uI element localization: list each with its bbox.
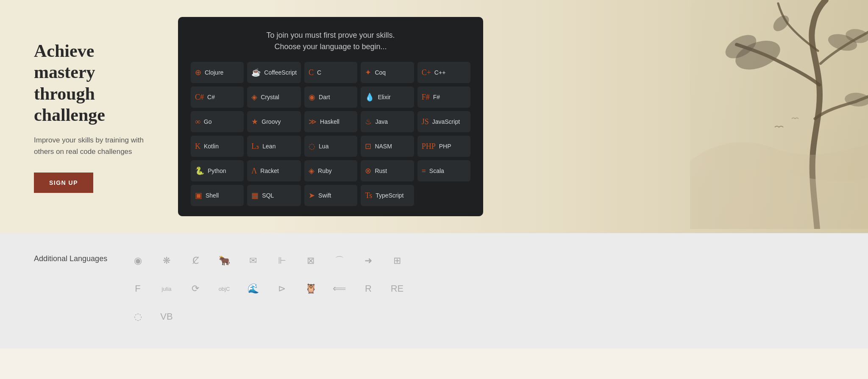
language-item-nasm[interactable]: ⊡NASM [361,136,414,157]
additional-icon-5[interactable]: ⊩ [271,250,292,271]
language-item-scala[interactable]: ≡Scala [417,160,470,181]
lang-icon-rust: ⊗ [365,166,371,176]
language-item-crystal[interactable]: ◈Crystal [247,86,301,108]
lang-icon-crystal: ◈ [251,92,257,102]
lang-icon-coffeescript: ☕ [251,68,261,77]
lang-icon-java: ♨ [365,117,372,126]
lang-icon-coq: ✦ [365,68,371,77]
additional-icon-19[interactable]: RE [387,278,408,299]
additional-icon-16[interactable]: 🦉 [300,278,321,299]
lang-name-javascript: JavaScript [432,118,460,125]
lang-icon-sql: ▦ [251,191,259,200]
language-item-coffeescript[interactable]: ☕CoffeeScript [247,62,301,83]
lang-name-php: PHP [439,143,451,150]
lang-name-typescript: TypeScript [376,192,403,199]
language-grid: ⊕Clojure☕CoffeeScriptCC✦CoqC+C++C#C#◈Cry… [191,62,470,206]
language-item-javascript[interactable]: JSJavaScript [417,111,470,132]
additional-languages-section: Additional Languages ◉❋Ȼ🐂✉⊩⊠⌒➜⊞Fjulia⟳ob… [0,233,868,348]
additional-icon-14[interactable]: 🌊 [242,278,264,299]
lang-name-shell: Shell [206,192,219,199]
lang-name-rust: Rust [375,167,387,174]
lang-name-f: F# [433,94,440,100]
language-item-coq[interactable]: ✦Coq [361,62,414,83]
additional-icon-20[interactable]: ◌ [127,306,148,327]
language-item-rust[interactable]: ⊗Rust [361,160,414,181]
lang-name-elixir: Elixir [378,94,390,100]
language-item-racket[interactable]: ΛRacket [247,160,301,181]
lang-name-clojure: Clojure [205,69,223,76]
lang-icon-haskell: ≫ [309,117,317,126]
lang-icon-elixir: 💧 [365,92,374,102]
lang-name-ruby: Ruby [318,167,332,174]
additional-icon-7[interactable]: ⌒ [329,250,350,271]
lang-name-racket: Racket [260,167,279,174]
tree-decoration [690,0,868,229]
language-item-c[interactable]: CC [304,62,357,83]
hero-left-content: Achieve mastery through challenge Improv… [0,15,178,218]
additional-icon-3[interactable]: 🐂 [214,250,235,271]
additional-icon-4[interactable]: ✉ [242,250,264,271]
lang-icon-php: PHP [422,142,436,151]
language-item-lean[interactable]: L₃Lean [247,136,301,157]
lang-name-c: C# [207,94,215,100]
lang-icon-typescript: Ts [365,191,372,200]
panel-title: To join you must first prove your skills… [191,30,470,53]
lang-icon-kotlin: K [195,142,200,151]
additional-icon-18[interactable]: R [358,278,379,299]
additional-icon-0[interactable]: ◉ [127,250,148,271]
additional-languages-title: Additional Languages [34,250,110,263]
signup-button[interactable]: SIGN UP [34,173,93,193]
additional-icon-9[interactable]: ⊞ [387,250,408,271]
hero-section: Achieve mastery through challenge Improv… [0,0,868,233]
language-item-kotlin[interactable]: KKotlin [191,136,244,157]
language-item-php[interactable]: PHPPHP [417,136,470,157]
lang-name-crystal: Crystal [261,94,279,100]
lang-icon-nasm: ⊡ [365,142,371,151]
additional-icon-15[interactable]: ⊳ [271,278,292,299]
lang-name-haskell: Haskell [320,118,339,125]
lang-name-nasm: NASM [375,143,392,150]
lang-name-lean: Lean [262,143,275,150]
language-item-sql[interactable]: ▦SQL [247,185,301,206]
panel-title-line2: Choose your language to begin... [274,42,387,51]
language-selection-panel: To join you must first prove your skills… [178,17,483,216]
language-item-c[interactable]: C+C++ [417,62,470,83]
language-item-java[interactable]: ♨Java [361,111,414,132]
additional-icon-17[interactable]: ⟸ [329,278,350,299]
language-item-python[interactable]: 🐍Python [191,160,244,181]
additional-icon-6[interactable]: ⊠ [300,250,321,271]
lang-name-lua: Lua [319,143,328,150]
additional-icon-12[interactable]: ⟳ [185,278,206,299]
additional-icon-10[interactable]: F [127,278,148,299]
language-item-swift[interactable]: ➤Swift [304,185,357,206]
additional-icon-8[interactable]: ➜ [358,250,379,271]
lang-icon-c: C [309,68,314,77]
additional-icon-1[interactable]: ❋ [156,250,177,271]
language-item-groovy[interactable]: ★Groovy [247,111,301,132]
lang-icon-c: C+ [422,68,431,77]
lang-icon-dart: ◉ [309,92,315,102]
language-item-go[interactable]: ∞Go [191,111,244,132]
language-item-typescript[interactable]: TsTypeScript [361,185,414,206]
lang-name-c: C [317,69,321,76]
language-item-clojure[interactable]: ⊕Clojure [191,62,244,83]
language-item-c[interactable]: C#C# [191,86,244,108]
language-item-f[interactable]: F#F# [417,86,470,108]
additional-icons-grid: ◉❋Ȼ🐂✉⊩⊠⌒➜⊞Fjulia⟳objC🌊⊳🦉⟸RRE◌VB [127,250,834,327]
language-item-shell[interactable]: ▣Shell [191,185,244,206]
lang-name-kotlin: Kotlin [204,143,219,150]
lang-name-python: Python [208,167,226,174]
language-item-haskell[interactable]: ≫Haskell [304,111,357,132]
language-item-dart[interactable]: ◉Dart [304,86,357,108]
additional-icon-2[interactable]: Ȼ [185,250,206,271]
lang-name-java: Java [375,118,388,125]
additional-icon-11[interactable]: julia [156,278,177,299]
lang-icon-shell: ▣ [195,191,202,200]
additional-icon-13[interactable]: objC [214,278,235,299]
language-item-ruby[interactable]: ◈Ruby [304,160,357,181]
language-item-lua[interactable]: ◌Lua [304,136,357,157]
additional-icon-21[interactable]: VB [156,306,177,327]
lang-icon-scala: ≡ [422,167,426,176]
language-item-elixir[interactable]: 💧Elixir [361,86,414,108]
lang-name-coffeescript: CoffeeScript [264,69,297,76]
